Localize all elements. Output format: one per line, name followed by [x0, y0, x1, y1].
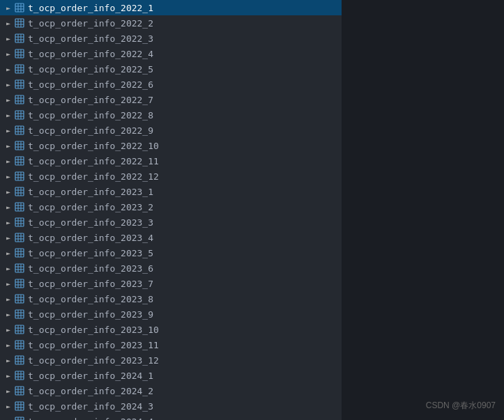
svg-rect-15 — [15, 49, 24, 58]
table-icon — [14, 339, 25, 350]
svg-rect-125 — [15, 387, 24, 395]
table-icon — [14, 324, 25, 335]
tree-item[interactable]: ► t_ocp_order_info_2022_10 — [0, 138, 342, 153]
tree-item[interactable]: ► t_ocp_order_info_2023_7 — [0, 276, 342, 291]
table-icon — [14, 400, 25, 412]
chevron-right-icon: ► — [3, 155, 14, 166]
svg-rect-20 — [15, 65, 24, 73]
item-label: t_ocp_order_info_2022_8 — [28, 110, 153, 120]
table-icon — [14, 125, 25, 136]
svg-rect-75 — [15, 233, 24, 242]
tree-item[interactable]: ► t_ocp_order_info_2022_4 — [0, 46, 342, 61]
tree-item[interactable]: ► t_ocp_order_info_2022_5 — [0, 61, 342, 77]
svg-rect-135 — [15, 417, 24, 420]
svg-rect-95 — [15, 295, 24, 303]
table-icon — [14, 385, 25, 396]
tree-item[interactable]: ► t_ocp_order_info_2023_3 — [0, 215, 342, 230]
tree-item[interactable]: ► t_ocp_order_info_2023_12 — [0, 352, 342, 368]
table-icon — [14, 247, 25, 258]
item-label: t_ocp_order_info_2022_10 — [28, 141, 159, 151]
table-icon — [14, 155, 25, 166]
table-icon — [14, 94, 25, 105]
table-icon — [14, 63, 25, 75]
item-label: t_ocp_order_info_2023_12 — [28, 355, 159, 366]
svg-rect-45 — [15, 141, 24, 150]
item-label: t_ocp_order_info_2024_1 — [28, 371, 153, 381]
tree-item[interactable]: ► t_ocp_order_info_2022_12 — [0, 169, 342, 184]
item-label: t_ocp_order_info_2024_4 — [28, 417, 153, 421]
tree-item[interactable]: ► t_ocp_order_info_2024_4 — [0, 414, 342, 420]
tree-item[interactable]: ► t_ocp_order_info_2022_6 — [0, 77, 342, 92]
svg-rect-0 — [15, 3, 24, 12]
tree-item[interactable]: ► t_ocp_order_info_2022_3 — [0, 31, 342, 46]
tree-item[interactable]: ► t_ocp_order_info_2023_11 — [0, 337, 342, 352]
tree-item[interactable]: ► t_ocp_order_info_2023_1 — [0, 184, 342, 199]
tree-item[interactable]: ► t_ocp_order_info_2022_2 — [0, 15, 342, 31]
item-label: t_ocp_order_info_2023_5 — [28, 248, 153, 258]
item-label: t_ocp_order_info_2023_1 — [28, 187, 153, 197]
table-icon — [14, 355, 25, 366]
tree-item[interactable]: ► t_ocp_order_info_2024_2 — [0, 383, 342, 398]
svg-rect-65 — [15, 203, 24, 211]
item-label: t_ocp_order_info_2023_4 — [28, 233, 153, 243]
svg-rect-100 — [15, 310, 24, 318]
table-icon — [14, 416, 25, 420]
svg-rect-40 — [15, 126, 24, 134]
item-label: t_ocp_order_info_2023_2 — [28, 202, 153, 212]
chevron-right-icon: ► — [3, 278, 14, 289]
svg-rect-90 — [15, 279, 24, 288]
tree-item[interactable]: ► t_ocp_order_info_2024_3 — [0, 398, 342, 414]
chevron-right-icon: ► — [3, 201, 14, 212]
svg-rect-105 — [15, 325, 24, 334]
chevron-right-icon: ► — [3, 17, 14, 29]
tree-item[interactable]: ► t_ocp_order_info_2023_2 — [0, 199, 342, 215]
table-icon — [14, 2, 25, 13]
table-icon — [14, 278, 25, 289]
chevron-right-icon: ► — [3, 125, 14, 136]
svg-rect-130 — [15, 402, 24, 410]
chevron-right-icon: ► — [3, 355, 14, 366]
svg-rect-55 — [15, 172, 24, 180]
chevron-right-icon: ► — [3, 140, 14, 151]
watermark-label: CSDN @春水0907 — [426, 400, 496, 412]
item-label: t_ocp_order_info_2023_10 — [28, 325, 159, 335]
tree-item[interactable]: ► t_ocp_order_info_2022_7 — [0, 92, 342, 107]
chevron-right-icon: ► — [3, 370, 14, 381]
chevron-right-icon: ► — [3, 48, 14, 59]
tree-item[interactable]: ► t_ocp_order_info_2023_10 — [0, 322, 342, 337]
chevron-right-icon: ► — [3, 186, 14, 197]
tree-item[interactable]: ► t_ocp_order_info_2022_1 — [0, 0, 342, 15]
table-icon — [14, 232, 25, 243]
svg-rect-120 — [15, 371, 24, 380]
chevron-right-icon: ► — [3, 94, 14, 105]
svg-rect-35 — [15, 111, 24, 119]
item-label: t_ocp_order_info_2024_2 — [28, 386, 153, 396]
item-label: t_ocp_order_info_2022_12 — [28, 171, 159, 182]
tree-list[interactable]: ► t_ocp_order_info_2022_1► t_ocp_order_i… — [0, 0, 342, 420]
tree-item[interactable]: ► t_ocp_order_info_2022_8 — [0, 107, 342, 123]
item-label: t_ocp_order_info_2022_7 — [28, 95, 153, 105]
table-icon — [14, 171, 25, 182]
tree-item[interactable]: ► t_ocp_order_info_2023_5 — [0, 245, 342, 260]
svg-rect-70 — [15, 218, 24, 226]
tree-item[interactable]: ► t_ocp_order_info_2023_8 — [0, 291, 342, 306]
item-label: t_ocp_order_info_2024_3 — [28, 401, 153, 412]
svg-rect-50 — [15, 157, 24, 165]
item-label: t_ocp_order_info_2023_11 — [28, 340, 159, 350]
svg-rect-5 — [15, 19, 24, 27]
tree-item[interactable]: ► t_ocp_order_info_2023_9 — [0, 306, 342, 322]
table-icon — [14, 17, 25, 29]
table-icon — [14, 48, 25, 59]
chevron-right-icon: ► — [3, 293, 14, 304]
chevron-right-icon: ► — [3, 217, 14, 228]
svg-rect-25 — [15, 80, 24, 88]
tree-item[interactable]: ► t_ocp_order_info_2022_9 — [0, 123, 342, 138]
chevron-right-icon: ► — [3, 79, 14, 90]
table-icon — [14, 309, 25, 320]
table-icon — [14, 33, 25, 44]
tree-item[interactable]: ► t_ocp_order_info_2023_4 — [0, 230, 342, 245]
tree-item[interactable]: ► t_ocp_order_info_2024_1 — [0, 368, 342, 383]
tree-item[interactable]: ► t_ocp_order_info_2023_6 — [0, 260, 342, 276]
table-icon — [14, 370, 25, 381]
tree-item[interactable]: ► t_ocp_order_info_2022_11 — [0, 153, 342, 169]
